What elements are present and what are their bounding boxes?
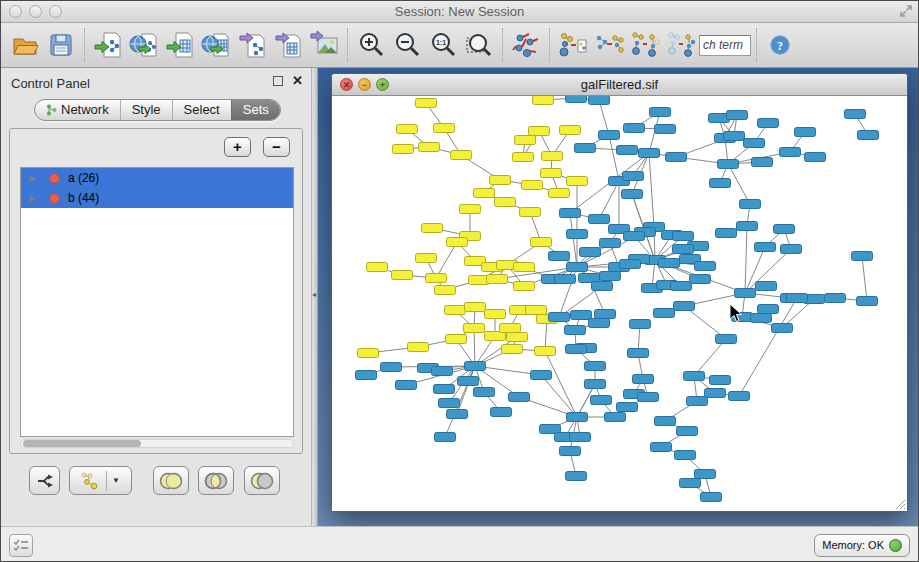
network-node[interactable]	[718, 160, 739, 169]
network-node[interactable]	[585, 380, 606, 389]
network-node-selected[interactable]	[367, 263, 388, 272]
zoom-selected-region-icon[interactable]	[461, 27, 497, 63]
network-node[interactable]	[622, 190, 643, 199]
network-node[interactable]	[655, 125, 676, 134]
network-node[interactable]	[599, 131, 620, 140]
network-node[interactable]	[566, 472, 587, 481]
network-node[interactable]	[774, 225, 795, 234]
export-image-icon[interactable]	[306, 27, 342, 63]
network-node-selected[interactable]	[426, 274, 447, 283]
network-node[interactable]	[600, 239, 621, 248]
network-node[interactable]	[787, 294, 808, 303]
network-node[interactable]	[639, 149, 660, 158]
network-node-selected[interactable]	[465, 303, 486, 312]
network-node[interactable]	[633, 375, 654, 384]
network-node-selected[interactable]	[502, 345, 523, 354]
network-node[interactable]	[571, 311, 592, 320]
tab-style[interactable]: Style	[120, 100, 172, 120]
network-node-selected[interactable]	[447, 238, 468, 247]
network-node-selected[interactable]	[514, 263, 535, 272]
network-node-selected[interactable]	[560, 126, 581, 135]
network-node[interactable]	[580, 248, 601, 257]
import-table-file-icon[interactable]	[162, 27, 198, 63]
tab-sets[interactable]: Sets	[231, 100, 280, 120]
network-node-selected[interactable]	[514, 282, 535, 291]
network-node[interactable]	[655, 417, 676, 426]
network-node[interactable]	[857, 297, 878, 306]
network-node[interactable]	[727, 111, 748, 120]
sets-list[interactable]: ▶a (26)▶b (44)	[20, 167, 294, 437]
network-node[interactable]	[852, 252, 873, 261]
remove-set-button[interactable]: −	[263, 137, 290, 157]
network-node-selected[interactable]	[500, 324, 521, 333]
network-node[interactable]	[589, 215, 610, 224]
network-node[interactable]	[845, 110, 866, 119]
network-node[interactable]	[549, 252, 570, 261]
network-node-selected[interactable]	[474, 189, 495, 198]
network-node[interactable]	[710, 179, 731, 188]
network-node-selected[interactable]	[416, 99, 437, 108]
split-sets-button[interactable]	[29, 466, 60, 495]
network-node[interactable]	[592, 282, 613, 291]
network-node[interactable]	[565, 326, 586, 335]
save-session-icon[interactable]	[43, 27, 79, 63]
network-node[interactable]	[566, 345, 587, 354]
create-set-from-network-button[interactable]: ▼	[69, 466, 132, 495]
network-node[interactable]	[673, 245, 694, 254]
network-node-selected[interactable]	[520, 208, 541, 217]
network-node-selected[interactable]	[397, 125, 418, 134]
expand-triangle-icon[interactable]: ▶	[29, 173, 36, 183]
set-row[interactable]: ▶b (44)	[21, 188, 293, 208]
network-node[interactable]	[620, 260, 641, 269]
network-node-selected[interactable]	[541, 169, 562, 178]
network-node[interactable]	[805, 153, 826, 162]
export-network-icon[interactable]	[234, 27, 270, 63]
network-node-selected[interactable]	[392, 271, 413, 280]
network-node[interactable]	[549, 313, 570, 322]
network-node[interactable]	[780, 148, 801, 157]
network-node[interactable]	[458, 377, 479, 386]
network-node[interactable]	[434, 385, 455, 394]
network-node[interactable]	[566, 96, 587, 103]
network-node[interactable]	[623, 172, 644, 181]
network-node[interactable]	[381, 363, 402, 372]
network-node[interactable]	[465, 362, 486, 371]
network-node-selected[interactable]	[446, 335, 467, 344]
expand-triangle-icon[interactable]: ▶	[29, 193, 36, 203]
new-network-selected-nodes-selected-edges-icon[interactable]	[663, 27, 699, 63]
network-node[interactable]	[758, 119, 779, 128]
network-node[interactable]	[600, 272, 621, 281]
network-node[interactable]	[654, 309, 675, 318]
task-history-button[interactable]	[9, 534, 33, 557]
network-node[interactable]	[491, 408, 512, 417]
network-node[interactable]	[772, 324, 793, 333]
network-node[interactable]	[674, 302, 695, 311]
resize-grip-icon[interactable]	[892, 496, 906, 510]
network-node[interactable]	[675, 451, 696, 460]
network-node-selected[interactable]	[464, 324, 485, 333]
network-node[interactable]	[671, 282, 692, 291]
add-set-button[interactable]: +	[224, 137, 251, 157]
zoom-in-icon[interactable]	[353, 27, 389, 63]
network-node[interactable]	[435, 433, 456, 442]
horizontal-scrollbar[interactable]	[20, 439, 294, 448]
network-node[interactable]	[701, 493, 722, 502]
network-node[interactable]	[638, 393, 659, 402]
network-node[interactable]	[509, 393, 530, 402]
network-node[interactable]	[825, 294, 846, 303]
network-node[interactable]	[432, 367, 453, 376]
network-node[interactable]	[716, 335, 737, 344]
network-node-selected[interactable]	[490, 176, 511, 185]
apply-preferred-layout-icon[interactable]	[508, 27, 544, 63]
network-node[interactable]	[659, 259, 680, 268]
network-node[interactable]	[710, 376, 731, 385]
network-node[interactable]	[585, 362, 606, 371]
network-node[interactable]	[680, 479, 701, 488]
network-node[interactable]	[567, 413, 588, 422]
network-node[interactable]	[560, 447, 581, 456]
network-node[interactable]	[651, 443, 672, 452]
help-icon[interactable]: ?	[762, 27, 798, 63]
network-node[interactable]	[617, 146, 638, 155]
network-window-titlebar[interactable]: ✕ − + galFiltered.sif	[332, 74, 907, 96]
network-node[interactable]	[617, 403, 638, 412]
